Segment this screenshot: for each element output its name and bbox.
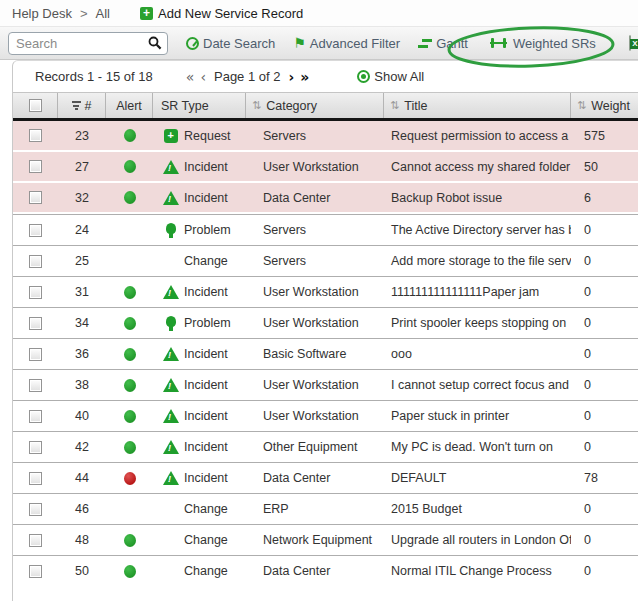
weight-cell: 0: [571, 525, 638, 555]
row-checkbox[interactable]: [29, 255, 42, 268]
title-cell[interactable]: Normal ITIL Change Process: [384, 556, 571, 586]
prev-page-button[interactable]: ‹: [200, 69, 206, 85]
row-checkbox[interactable]: [29, 348, 42, 361]
title-cell[interactable]: DEFAULT: [384, 463, 571, 493]
next-page-button[interactable]: ›: [288, 69, 294, 85]
incident-icon: [162, 191, 179, 205]
category-label: User Workstation: [263, 409, 359, 423]
table-row[interactable]: 24 Problem Servers The Active Directory …: [13, 214, 638, 245]
weighted-srs-button[interactable]: Weighted SRs: [490, 36, 596, 51]
title-cell[interactable]: 2015 Budget: [384, 494, 571, 524]
export-excel-icon[interactable]: [629, 35, 631, 51]
problem-icon: [162, 226, 179, 234]
alert-dot: [124, 129, 136, 142]
last-page-button[interactable]: »: [300, 69, 309, 85]
table-row[interactable]: 32 Incident Data Center Backup Robot iss…: [13, 183, 638, 214]
title-cell[interactable]: 111111111111111Paper jam: [384, 277, 571, 307]
sort-icon[interactable]: ⇅: [252, 99, 261, 112]
row-checkbox[interactable]: [29, 565, 42, 578]
sr-type-cell: Incident: [153, 339, 246, 369]
row-checkbox[interactable]: [29, 410, 42, 423]
row-checkbox[interactable]: [29, 379, 42, 392]
sr-number-cell: 36: [58, 339, 106, 369]
table-row[interactable]: 36 Incident Basic Software ooo 0: [13, 338, 638, 369]
category-label: Other Equipment: [263, 440, 358, 454]
sr-type-label: Incident: [184, 471, 228, 485]
title-cell[interactable]: Add more storage to the file serve: [384, 246, 571, 276]
title-cell[interactable]: I cannot setup correct focus and th: [384, 370, 571, 400]
search-input[interactable]: [16, 36, 148, 51]
row-checkbox[interactable]: [29, 503, 42, 516]
row-checkbox[interactable]: [29, 224, 42, 237]
sr-number-cell: 50: [58, 556, 106, 586]
select-all-checkbox[interactable]: [29, 99, 42, 112]
category-cell: Basic Software: [246, 339, 384, 369]
table-row[interactable]: 42 Incident Other Equipment My PC is dea…: [13, 431, 638, 462]
table-row[interactable]: 44 Incident Data Center DEFAULT 78: [13, 462, 638, 493]
title-cell[interactable]: Cannot access my shared folder: [384, 152, 571, 181]
row-checkbox[interactable]: [29, 472, 42, 485]
row-checkbox[interactable]: [29, 534, 42, 547]
breadcrumb-root[interactable]: Help Desk: [12, 6, 72, 21]
row-checkbox[interactable]: [29, 317, 42, 330]
sort-icon[interactable]: ⇅: [577, 99, 586, 112]
title-cell[interactable]: Paper stuck in printer: [384, 401, 571, 431]
table-row[interactable]: 46 Change ERP 2015 Budget 0: [13, 493, 638, 524]
row-checkbox[interactable]: [29, 191, 42, 204]
category-cell: Servers: [246, 246, 384, 276]
table-row[interactable]: 34 Problem User Workstation Print spoole…: [13, 307, 638, 338]
title-cell[interactable]: Request permission to access a: [384, 121, 571, 150]
column-header-category[interactable]: ⇅ Category: [246, 93, 384, 118]
column-header-alert[interactable]: Alert: [106, 93, 153, 118]
title-label: Print spooler keeps stopping on: [391, 316, 566, 330]
column-header-number[interactable]: #: [58, 93, 106, 118]
table-row[interactable]: 23 Request Servers Request permission to…: [13, 121, 638, 152]
category-cell: Network Equipment: [246, 525, 384, 555]
title-label: Backup Robot issue: [391, 191, 502, 205]
row-checkbox[interactable]: [29, 286, 42, 299]
table-row[interactable]: 50 Change Data Center Normal ITIL Change…: [13, 555, 638, 586]
row-checkbox[interactable]: [29, 129, 42, 142]
column-header-weight[interactable]: ⇅ Weight: [571, 93, 638, 118]
add-icon: +: [140, 7, 153, 20]
gantt-button[interactable]: Gantt: [418, 36, 468, 51]
row-checkbox-cell: [13, 277, 58, 307]
show-all-button[interactable]: Show All: [357, 69, 424, 84]
sr-type-cell: Request: [153, 121, 246, 150]
title-cell[interactable]: ooo: [384, 339, 571, 369]
table-row[interactable]: 31 Incident User Workstation 11111111111…: [13, 276, 638, 307]
sr-number-cell: 32: [58, 183, 106, 212]
breadcrumb-current[interactable]: All: [96, 6, 110, 21]
title-cell[interactable]: My PC is dead. Won't turn on: [384, 432, 571, 462]
filter-icon[interactable]: [72, 101, 81, 110]
weight-value: 0: [584, 564, 591, 578]
add-new-service-record-button[interactable]: + Add New Service Record: [140, 6, 303, 21]
weight-value: 0: [584, 502, 591, 516]
sr-type-label: Incident: [184, 285, 228, 299]
category-cell: User Workstation: [246, 308, 384, 338]
row-checkbox[interactable]: [29, 441, 42, 454]
table-row[interactable]: 27 Incident User Workstation Cannot acce…: [13, 152, 638, 183]
row-checkbox-cell: [13, 339, 58, 369]
title-cell[interactable]: Upgrade all routers in London Off: [384, 525, 571, 555]
table-row[interactable]: 38 Incident User Workstation I cannot se…: [13, 369, 638, 400]
advanced-filter-button[interactable]: ⚑ Advanced Filter: [293, 36, 400, 51]
sort-icon[interactable]: ⇅: [390, 99, 399, 112]
column-header-sr-type[interactable]: SR Type: [153, 93, 246, 118]
table-row[interactable]: 25 Change Servers Add more storage to th…: [13, 245, 638, 276]
search-box[interactable]: [8, 32, 168, 55]
title-label: 111111111111111Paper jam: [391, 285, 539, 299]
search-icon[interactable]: [148, 36, 162, 50]
sr-number-cell: 25: [58, 246, 106, 276]
date-search-button[interactable]: Date Search: [186, 36, 275, 51]
first-page-button[interactable]: «: [186, 69, 195, 85]
table-row[interactable]: 48 Change Network Equipment Upgrade all …: [13, 524, 638, 555]
weight-cell: 0: [571, 215, 638, 245]
row-checkbox[interactable]: [29, 160, 42, 173]
column-header-title[interactable]: ⇅ Title: [384, 93, 571, 118]
title-cell[interactable]: The Active Directory server has be: [384, 215, 571, 245]
category-label: Servers: [263, 223, 306, 237]
table-row[interactable]: 40 Incident User Workstation Paper stuck…: [13, 400, 638, 431]
title-cell[interactable]: Print spooler keeps stopping on: [384, 308, 571, 338]
title-cell[interactable]: Backup Robot issue: [384, 183, 571, 212]
